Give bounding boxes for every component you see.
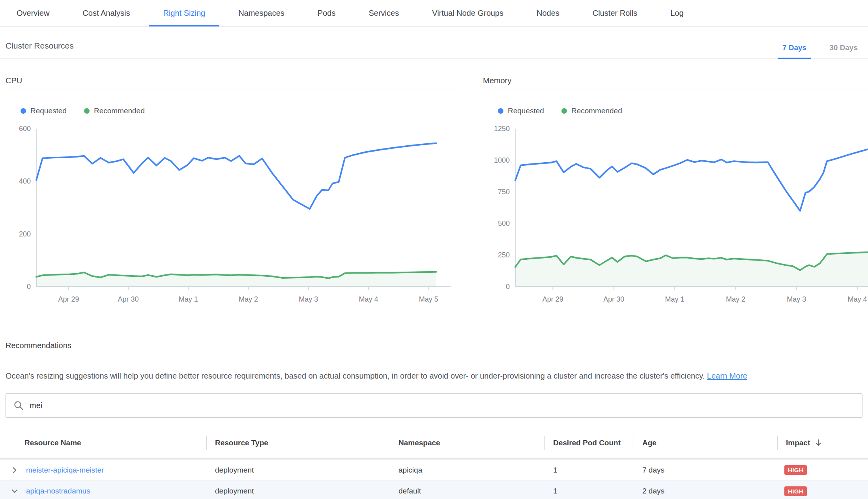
memory-chart-panel: Memory RequestedRecommended 025050075010… (483, 76, 868, 307)
resource-name-link[interactable]: meister-apiciqa-meister (26, 466, 104, 475)
cluster-resources-title: Cluster Resources (6, 41, 74, 58)
age-cell: 2 days (634, 487, 777, 495)
period-toggle: 7 Days30 Days (778, 43, 862, 58)
namespace-cell: default (390, 487, 544, 495)
column-header-age[interactable]: Age (634, 428, 777, 458)
recommended-legend-label: Recommended (571, 107, 622, 115)
legend-item-requested[interactable]: Requested (21, 107, 67, 115)
resource-type-cell: deployment (206, 487, 390, 495)
resource-name-cell: meister-apiciqa-meister (0, 466, 206, 475)
svg-text:May 1: May 1 (665, 295, 685, 303)
column-label-resource-type: Resource Type (215, 439, 268, 447)
top-tab-bar: OverviewCost AnalysisRight SizingNamespa… (0, 0, 868, 27)
recommendations-description-text: Ocean's resizing suggestions will help y… (6, 371, 705, 380)
svg-text:500: 500 (498, 219, 510, 227)
tab-nodes[interactable]: Nodes (520, 0, 576, 26)
tab-log[interactable]: Log (654, 0, 700, 26)
resource-name-link[interactable]: apiqa-nostradamus (26, 487, 90, 495)
impact-badge-high: HIGH (784, 486, 807, 496)
svg-text:600: 600 (19, 125, 31, 133)
recommendations-table: Resource NameResource TypeNamespaceDesir… (0, 428, 868, 499)
recommended-legend-label: Recommended (94, 107, 145, 115)
column-label-impact: Impact (786, 439, 810, 447)
cpu-chart-title: CPU (6, 76, 458, 90)
column-header-resource-type[interactable]: Resource Type (206, 428, 390, 458)
svg-text:1250: 1250 (494, 125, 510, 133)
table-row-meister-apiciqa-meister[interactable]: meister-apiciqa-meisterdeploymentapiciqa… (0, 460, 868, 480)
resource-name-cell: apiqa-nostradamus (0, 487, 206, 495)
svg-text:0: 0 (506, 283, 510, 291)
period-30-days[interactable]: 30 Days (825, 43, 862, 58)
memory-chart-title: Memory (483, 76, 868, 90)
charts-row: CPU RequestedRecommended 0200400600Apr 2… (0, 76, 868, 307)
recommended-legend-dot (561, 108, 567, 114)
tab-namespaces[interactable]: Namespaces (222, 0, 301, 26)
cpu-chart: 0200400600Apr 29Apr 30May 1May 2May 3May… (6, 121, 458, 307)
sort-desc-icon (815, 439, 822, 447)
svg-text:May 2: May 2 (239, 295, 258, 303)
recommendations-description: Ocean's resizing suggestions will help y… (6, 370, 862, 381)
legend-item-recommended[interactable]: Recommended (84, 107, 145, 115)
learn-more-link[interactable]: Learn More (707, 371, 747, 380)
chevron-down-icon[interactable] (11, 488, 18, 495)
period-7-days[interactable]: 7 Days (778, 43, 811, 58)
svg-text:May 3: May 3 (787, 295, 806, 303)
svg-text:1000: 1000 (494, 156, 510, 164)
cluster-resources-header: Cluster Resources 7 Days30 Days (0, 27, 868, 59)
memory-chart-legend: RequestedRecommended (498, 107, 868, 115)
requested-legend-label: Requested (508, 107, 544, 115)
svg-text:200: 200 (19, 230, 31, 238)
tab-overview[interactable]: Overview (0, 0, 66, 26)
requested-legend-dot (21, 108, 26, 114)
memory-chart: 025050075010001250Apr 29Apr 30May 1May 2… (483, 121, 868, 307)
table-header-row: Resource NameResource TypeNamespaceDesir… (0, 428, 868, 460)
column-label-age: Age (642, 439, 657, 447)
search-box (6, 393, 862, 418)
cpu-chart-legend: RequestedRecommended (21, 107, 458, 115)
cpu-requested-line (36, 143, 436, 209)
tab-cluster-rolls[interactable]: Cluster Rolls (576, 0, 654, 26)
table-row-apiqa-nostradamus[interactable]: apiqa-nostradamusdeploymentdefault12 day… (0, 480, 868, 499)
chevron-right-icon[interactable] (11, 467, 18, 474)
recommended-legend-dot (84, 108, 90, 114)
right-sizing-page: OverviewCost AnalysisRight SizingNamespa… (0, 0, 868, 499)
svg-text:Apr 29: Apr 29 (58, 295, 79, 303)
recommendations-title: Recommendations (6, 341, 862, 350)
column-label-resource-name: Resource Name (24, 439, 81, 447)
requested-legend-label: Requested (30, 107, 67, 115)
column-label-desired-pod-count: Desired Pod Count (553, 439, 621, 447)
cpu-chart-panel: CPU RequestedRecommended 0200400600Apr 2… (6, 76, 458, 307)
svg-text:May 1: May 1 (179, 295, 198, 303)
svg-text:May 2: May 2 (726, 295, 745, 303)
impact-badge-high: HIGH (784, 465, 807, 475)
impact-cell: HIGH (777, 486, 868, 496)
recommendations-header: Recommendations (0, 341, 868, 359)
memory-recommended-area (515, 252, 868, 287)
tab-right-sizing[interactable]: Right Sizing (146, 0, 222, 26)
column-header-namespace[interactable]: Namespace (390, 428, 544, 458)
table-body: meister-apiciqa-meisterdeploymentapiciqa… (0, 460, 868, 499)
svg-text:250: 250 (498, 251, 510, 259)
svg-text:May 4: May 4 (359, 295, 378, 303)
tab-pods[interactable]: Pods (301, 0, 352, 26)
legend-item-recommended[interactable]: Recommended (561, 107, 622, 115)
namespace-cell: apiciqa (390, 466, 544, 475)
column-header-resource-name[interactable]: Resource Name (0, 428, 206, 458)
age-cell: 7 days (634, 466, 777, 475)
svg-text:May 4: May 4 (848, 295, 867, 303)
search-input[interactable] (30, 401, 855, 410)
legend-item-requested[interactable]: Requested (498, 107, 544, 115)
search-icon (13, 400, 24, 411)
tab-virtual-node-groups[interactable]: Virtual Node Groups (415, 0, 520, 26)
tab-cost-analysis[interactable]: Cost Analysis (66, 0, 146, 26)
svg-text:May 3: May 3 (299, 295, 318, 303)
tab-services[interactable]: Services (352, 0, 415, 26)
pod-count-cell: 1 (544, 466, 634, 475)
svg-text:Apr 29: Apr 29 (542, 295, 563, 303)
column-header-desired-pod-count[interactable]: Desired Pod Count (544, 428, 634, 458)
column-header-impact[interactable]: Impact (777, 428, 868, 458)
svg-text:400: 400 (19, 177, 31, 185)
memory-requested-line (515, 147, 868, 211)
resource-type-cell: deployment (206, 466, 390, 475)
cpu-recommended-area (36, 272, 436, 287)
